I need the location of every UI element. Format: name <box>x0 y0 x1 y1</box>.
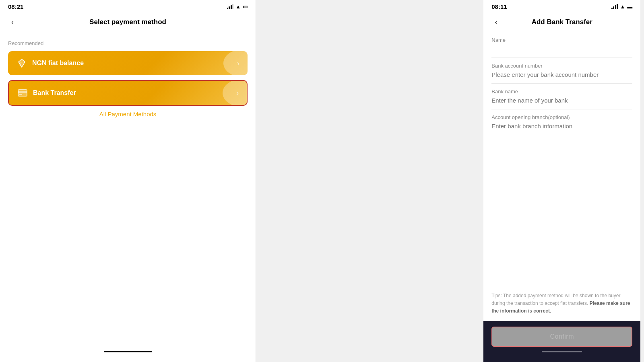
nav-bar-right: ‹ Add Bank Transfer <box>483 12 640 32</box>
signal-icon-right <box>611 4 618 9</box>
signal-icon <box>227 4 234 9</box>
bank-button-label: Bank Transfer <box>33 89 76 97</box>
branch-label: Account opening branch(optional) <box>491 114 632 120</box>
home-indicator-right <box>542 351 582 352</box>
battery-icon-right: ▬ <box>627 4 632 10</box>
account-number-label: Bank account number <box>491 63 632 69</box>
bank-name-field: Bank name <box>491 84 632 109</box>
wifi-icon: ▲ <box>235 4 241 10</box>
recommended-label: Recommended <box>8 40 248 46</box>
account-number-field: Bank account number <box>491 58 632 84</box>
left-phone: 08:21 ▲ ▭ ‹ Select payment method Recomm… <box>0 0 256 362</box>
card-icon <box>17 87 28 99</box>
name-input[interactable] <box>491 45 632 52</box>
btn-bank-inner: Bank Transfer <box>17 87 76 99</box>
name-label: Name <box>491 37 632 43</box>
status-bar-left: 08:21 ▲ ▭ <box>0 0 256 12</box>
btn-wave-decoration <box>219 51 248 75</box>
page-title-left: Select payment method <box>89 18 166 26</box>
branch-input[interactable] <box>491 123 632 130</box>
time-right: 08:11 <box>491 3 507 10</box>
name-field: Name <box>491 32 632 58</box>
time-left: 08:21 <box>8 3 23 10</box>
right-phone: 08:11 ▲ ▬ ‹ Add Bank Transfer Name <box>483 0 640 362</box>
page-title-right: Add Bank Transfer <box>532 18 592 26</box>
right-phone-wrapper: 08:11 ▲ ▬ ‹ Add Bank Transfer Name <box>480 0 644 362</box>
svg-rect-5 <box>18 91 27 93</box>
bank-name-input[interactable] <box>491 97 632 104</box>
status-icons-right: ▲ ▬ <box>611 4 632 10</box>
ngn-button-label: NGN fiat balance <box>32 60 84 67</box>
add-bank-form: Name Bank account number Bank name Accou… <box>483 32 640 285</box>
content-left: Recommended NGN fiat balance › <box>0 32 256 351</box>
confirm-button[interactable]: Confirm <box>491 327 632 347</box>
tips-text: Tips: The added payment method will be s… <box>491 293 630 314</box>
ngn-balance-button[interactable]: NGN fiat balance › <box>8 51 248 75</box>
status-icons-left: ▲ ▭ <box>227 4 248 10</box>
all-methods-link[interactable]: All Payment Methods <box>99 111 157 117</box>
bank-transfer-button[interactable]: Bank Transfer › <box>8 80 248 106</box>
diamond-icon <box>16 58 27 69</box>
branch-field: Account opening branch(optional) <box>491 109 632 135</box>
battery-icon: ▭ <box>243 4 248 10</box>
back-button-left[interactable]: ‹ <box>8 16 17 28</box>
all-methods-section: All Payment Methods <box>8 111 248 118</box>
bottom-bar: Confirm <box>483 321 640 362</box>
btn-ngn-inner: NGN fiat balance <box>16 58 84 69</box>
tips-section: Tips: The added payment method will be s… <box>483 285 640 321</box>
home-indicator-left <box>104 351 152 352</box>
btn-wave-bank <box>219 81 248 105</box>
status-bar-right: 08:11 ▲ ▬ <box>483 0 640 12</box>
nav-bar-left: ‹ Select payment method <box>0 12 256 32</box>
account-number-input[interactable] <box>491 71 632 78</box>
wifi-icon-right: ▲ <box>620 4 625 10</box>
back-button-right[interactable]: ‹ <box>491 16 501 28</box>
svg-rect-6 <box>19 94 22 95</box>
bank-name-label: Bank name <box>491 88 632 95</box>
center-space <box>256 0 480 362</box>
